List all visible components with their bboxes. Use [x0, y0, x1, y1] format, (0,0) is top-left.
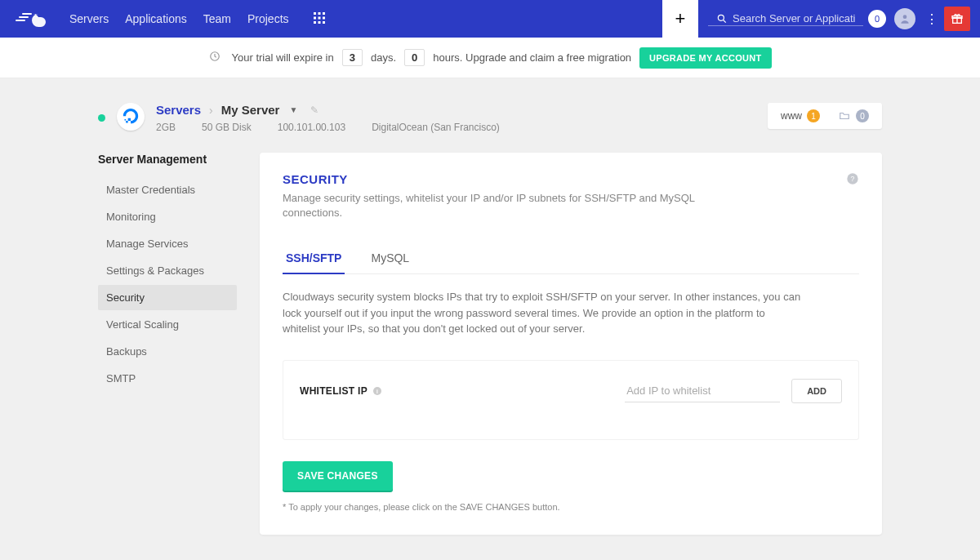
apps-www-group[interactable]: www 1	[781, 109, 820, 122]
search-wrap	[708, 12, 863, 26]
nav-link-applications[interactable]: Applications	[125, 12, 187, 25]
clock-icon	[209, 51, 220, 64]
sidebar-item-smtp[interactable]: SMTP	[98, 366, 237, 391]
nav-link-servers[interactable]: Servers	[69, 12, 109, 25]
sidebar-title: Server Management	[98, 153, 237, 166]
trial-days-value: 3	[342, 49, 363, 66]
svg-rect-2	[323, 12, 325, 15]
svg-rect-4	[318, 16, 320, 19]
edit-server-icon[interactable]: ✎	[310, 104, 318, 116]
nav-link-projects[interactable]: Projects	[247, 12, 289, 25]
svg-text:i: i	[376, 388, 378, 393]
tab-ssh-sftp[interactable]: SSH/SFTP	[283, 243, 345, 274]
avatar[interactable]	[894, 8, 915, 29]
sidebar-item-backups[interactable]: Backups	[98, 339, 237, 364]
server-dropdown-icon[interactable]: ▼	[289, 105, 297, 114]
www-label: www	[781, 110, 802, 122]
apps-folder-count: 0	[856, 109, 869, 122]
svg-text:?: ?	[851, 175, 855, 183]
security-tabs: SSH/SFTP MySQL	[283, 243, 859, 274]
server-name[interactable]: My Server	[221, 103, 280, 117]
user-icon	[899, 13, 911, 24]
svg-rect-1	[318, 12, 320, 15]
chevron-right-icon: ›	[209, 104, 213, 117]
svg-point-9	[718, 15, 724, 20]
top-navbar: Servers Applications Team Projects + 0 ⋮	[0, 0, 980, 38]
save-changes-button[interactable]: SAVE CHANGES	[283, 461, 393, 491]
provider-logo	[117, 103, 145, 131]
info-icon[interactable]: i	[372, 386, 382, 396]
folder-icon	[838, 110, 851, 122]
kebab-menu-icon[interactable]: ⋮	[925, 11, 938, 27]
gift-icon	[951, 12, 964, 25]
brand-logo[interactable]	[0, 11, 63, 27]
notifications-badge[interactable]: 0	[868, 10, 886, 28]
sidebar-item-master-credentials[interactable]: Master Credentials	[98, 177, 237, 202]
server-ip: 100.101.00.103	[278, 122, 345, 133]
page-title: SECURITY	[283, 172, 859, 186]
svg-rect-0	[314, 12, 316, 15]
trial-hours-value: 0	[404, 49, 425, 66]
sidebar-item-manage-services[interactable]: Manage Services	[98, 231, 237, 256]
svg-rect-3	[314, 16, 316, 19]
svg-rect-8	[323, 21, 325, 24]
digitalocean-icon	[122, 109, 139, 125]
svg-point-11	[903, 15, 907, 19]
server-provider: DigitalOcean (San Francisco)	[372, 122, 500, 133]
trial-days-label: days.	[371, 51, 396, 64]
sidebar-item-vertical-scaling[interactable]: Vertical Scaling	[98, 312, 237, 337]
search-icon	[716, 12, 728, 25]
whitelist-panel: WHITELIST IP i ADD	[283, 360, 859, 440]
apps-folder-group[interactable]: 0	[838, 109, 869, 122]
sidebar-item-security[interactable]: Security	[98, 285, 237, 310]
save-note: * To apply your changes, please click on…	[283, 502, 859, 512]
sidebar-item-settings-packages[interactable]: Settings & Packages	[98, 258, 237, 283]
server-ram: 2GB	[156, 122, 176, 133]
status-indicator	[98, 114, 105, 122]
sidebar-item-monitoring[interactable]: Monitoring	[98, 204, 237, 229]
add-ip-button[interactable]: ADD	[791, 379, 842, 403]
svg-rect-5	[323, 16, 325, 19]
svg-rect-16	[126, 121, 128, 123]
apps-summary: www 1 0	[768, 103, 882, 129]
apps-grid-icon[interactable]	[314, 12, 325, 26]
nav-links: Servers Applications Team Projects	[63, 12, 296, 25]
page-subtitle: Manage security settings, whitelist your…	[283, 191, 707, 220]
server-disk: 50 GB Disk	[202, 122, 252, 133]
tab-mysql[interactable]: MySQL	[368, 243, 412, 274]
help-icon[interactable]: ?	[846, 172, 859, 188]
whitelist-ip-input[interactable]	[625, 380, 780, 402]
upgrade-account-button[interactable]: UPGRADE MY ACCOUNT	[639, 47, 771, 69]
tab-description: Cloudways security system blocks IPs tha…	[283, 289, 805, 337]
gift-button[interactable]	[944, 7, 970, 31]
svg-rect-17	[125, 119, 127, 121]
add-button[interactable]: +	[662, 0, 698, 38]
nav-link-team[interactable]: Team	[203, 12, 231, 25]
whitelist-label: WHITELIST IP	[300, 385, 368, 397]
search-input[interactable]	[733, 12, 855, 24]
svg-rect-7	[318, 21, 320, 24]
trial-text-prefix: Your trial will expire in	[232, 51, 334, 64]
svg-line-10	[724, 20, 726, 22]
breadcrumb-servers-link[interactable]: Servers	[156, 103, 201, 117]
sidebar: Server Management Master Credentials Mon…	[98, 153, 237, 393]
server-header: Servers › My Server ▼ ✎ 2GB 50 GB Disk 1…	[98, 103, 882, 133]
svg-rect-6	[314, 21, 316, 24]
apps-www-count: 1	[807, 109, 820, 122]
trial-bar: Your trial will expire in 3 days. 0 hour…	[0, 38, 980, 78]
trial-hours-label: hours. Upgrade and claim a free migratio…	[433, 51, 631, 64]
main-card: ? SECURITY Manage security settings, whi…	[260, 153, 882, 535]
